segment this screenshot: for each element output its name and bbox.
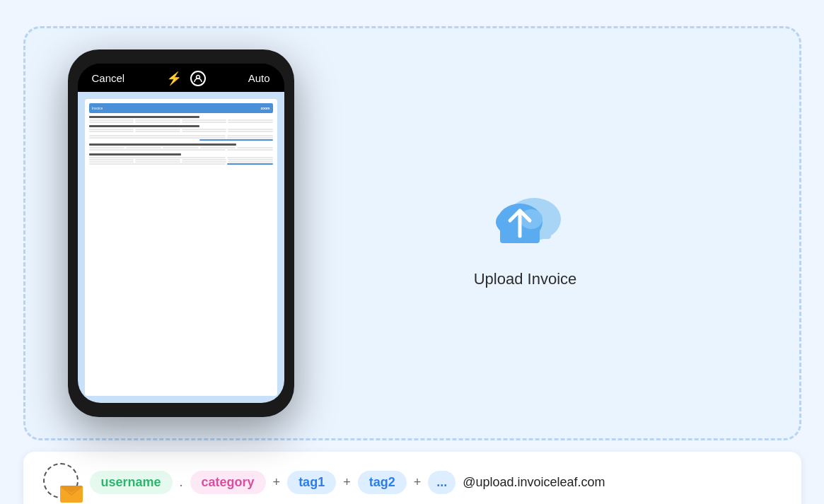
camera-icons: ⚡ — [166, 71, 206, 86]
plus-separator-2: + — [343, 475, 351, 490]
invoice-document: Invoice zoom — [85, 99, 277, 396]
upload-area[interactable]: Cancel ⚡ Auto — [23, 26, 801, 440]
envelope-icon — [60, 486, 83, 503]
camera-mode-icon[interactable] — [190, 71, 206, 86]
invoice-view: Invoice zoom — [78, 92, 284, 403]
phone-mockup: Cancel ⚡ Auto — [68, 49, 294, 417]
camera-cancel-button[interactable]: Cancel — [92, 72, 125, 84]
username-pill: username — [90, 471, 173, 494]
tag2-pill: tag2 — [358, 471, 407, 494]
plus-separator-1: + — [273, 475, 281, 490]
email-bar: username . category + tag1 + tag2 + ... … — [23, 452, 801, 505]
flash-icon[interactable]: ⚡ — [166, 71, 182, 86]
phone-notch — [146, 49, 216, 64]
phone-screen: Cancel ⚡ Auto — [78, 64, 284, 403]
category-pill: category — [190, 471, 266, 494]
camera-auto-label: Auto — [248, 72, 270, 84]
upload-label: Upload Invoice — [474, 270, 577, 288]
main-container: Cancel ⚡ Auto — [23, 26, 801, 479]
upload-icon — [483, 178, 568, 256]
email-components: username . category + tag1 + tag2 + ... … — [90, 471, 605, 494]
dot-separator: . — [180, 475, 183, 490]
email-icon-area — [43, 463, 83, 503]
upload-section[interactable]: Upload Invoice — [294, 178, 757, 288]
plus-separator-3: + — [414, 475, 422, 490]
camera-bar: Cancel ⚡ Auto — [78, 64, 284, 92]
tag1-pill: tag1 — [287, 471, 336, 494]
email-address-text: @upload.invoiceleaf.com — [463, 475, 605, 490]
more-tags-pill: ... — [428, 471, 455, 494]
